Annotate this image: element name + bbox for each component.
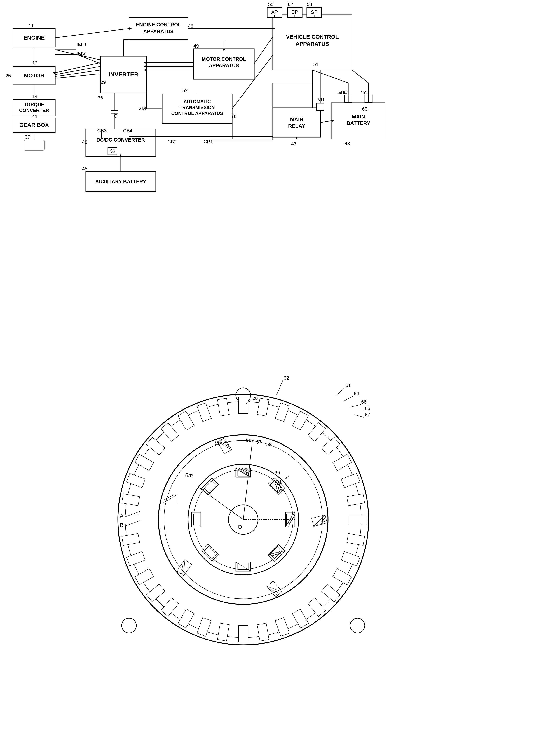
svg-rect-259	[163, 495, 177, 503]
svg-text:APPARATUS: APPARATUS	[209, 63, 239, 68]
svg-line-227	[245, 401, 251, 404]
svg-text:ENGINE: ENGINE	[23, 35, 45, 41]
svg-marker-102	[144, 65, 146, 68]
svg-rect-163	[349, 515, 366, 524]
svg-rect-271	[287, 514, 293, 525]
svg-text:BP: BP	[291, 9, 298, 15]
svg-rect-209	[202, 478, 219, 495]
svg-line-241	[125, 521, 140, 526]
svg-text:14: 14	[32, 94, 38, 99]
svg-text:GEAR BOX: GEAR BOX	[19, 122, 49, 128]
svg-rect-180	[122, 533, 140, 545]
svg-line-229	[276, 380, 283, 395]
svg-point-151	[236, 388, 251, 403]
svg-rect-26	[129, 18, 188, 40]
svg-text:28: 28	[252, 395, 258, 401]
svg-rect-274	[270, 546, 282, 559]
svg-rect-157	[292, 411, 308, 430]
svg-rect-7	[13, 99, 55, 116]
svg-line-94	[55, 63, 100, 73]
svg-text:63: 63	[362, 106, 367, 112]
svg-line-255	[318, 520, 327, 525]
svg-line-140	[352, 70, 369, 83]
svg-text:25: 25	[6, 73, 11, 78]
svg-line-249	[267, 581, 282, 597]
svg-text:37: 37	[25, 134, 30, 140]
svg-line-107	[254, 37, 273, 64]
svg-text:TRANSMISSION: TRANSMISSION	[179, 105, 215, 110]
svg-rect-170	[275, 618, 289, 636]
svg-text:52: 52	[182, 88, 188, 93]
svg-rect-72	[365, 95, 372, 102]
svg-rect-34	[162, 94, 232, 123]
svg-text:11: 11	[29, 23, 34, 28]
svg-rect-11	[13, 118, 55, 133]
svg-rect-75	[108, 147, 117, 155]
svg-point-150	[228, 505, 258, 534]
svg-line-98	[55, 74, 100, 78]
svg-text:44: 44	[340, 90, 345, 95]
svg-text:12: 12	[32, 60, 38, 66]
svg-line-221	[335, 388, 345, 396]
svg-rect-190	[236, 468, 251, 477]
svg-rect-172	[239, 626, 248, 642]
svg-line-193	[241, 468, 251, 472]
svg-rect-208	[192, 512, 201, 527]
svg-rect-70	[317, 103, 324, 111]
svg-rect-155	[257, 398, 269, 416]
svg-line-263	[238, 470, 249, 476]
svg-text:58: 58	[246, 437, 251, 443]
patent-drawing-page: ENGINE 11 MOTOR 25 12 TORQUE CONVERTER 1…	[0, 0, 560, 737]
svg-text:MAIN: MAIN	[290, 116, 303, 122]
svg-point-148	[188, 464, 299, 575]
svg-text:MOTOR CONTROL: MOTOR CONTROL	[202, 56, 246, 62]
svg-text:55: 55	[268, 1, 273, 7]
svg-rect-256	[177, 560, 192, 576]
svg-rect-242	[217, 438, 231, 454]
svg-text:B: B	[120, 522, 123, 528]
svg-rect-189	[217, 398, 229, 416]
svg-rect-78	[86, 171, 156, 192]
svg-rect-262	[238, 470, 249, 476]
svg-point-146	[158, 435, 328, 604]
svg-line-124	[55, 50, 100, 60]
svg-rect-174	[197, 618, 211, 636]
svg-line-204	[270, 548, 283, 561]
svg-rect-60	[332, 102, 385, 139]
svg-text:CB4: CB4	[123, 128, 132, 133]
svg-rect-280	[204, 481, 217, 493]
svg-rect-278	[204, 546, 217, 559]
svg-line-108	[232, 55, 273, 109]
svg-point-152	[122, 618, 136, 633]
svg-rect-168	[308, 598, 325, 616]
svg-rect-199	[286, 512, 295, 527]
svg-point-147	[164, 440, 322, 599]
svg-marker-106	[273, 27, 275, 30]
svg-text:MAIN: MAIN	[352, 114, 365, 120]
svg-text:CONVERTER: CONVERTER	[19, 108, 49, 113]
svg-line-268	[270, 481, 282, 493]
svg-rect-40	[273, 15, 352, 70]
svg-marker-104	[144, 69, 146, 71]
svg-rect-177	[146, 584, 165, 602]
svg-text:51: 51	[313, 62, 319, 67]
svg-rect-49	[307, 7, 322, 18]
svg-rect-183	[127, 473, 145, 488]
svg-text:45: 45	[82, 166, 87, 172]
svg-text:CB3: CB3	[97, 128, 107, 133]
svg-line-191	[236, 468, 251, 477]
svg-text:tmB: tmB	[361, 90, 370, 95]
svg-text:31: 31	[276, 479, 282, 485]
svg-line-246	[222, 438, 228, 445]
svg-marker-123	[119, 154, 122, 157]
svg-text:TORQUE: TORQUE	[24, 102, 44, 107]
svg-text:RELAY: RELAY	[288, 123, 305, 129]
svg-rect-175	[178, 609, 194, 628]
svg-line-250	[269, 585, 280, 597]
svg-rect-188	[197, 403, 211, 422]
svg-line-272	[287, 514, 293, 525]
svg-rect-30	[193, 49, 254, 79]
svg-line-234	[200, 488, 243, 520]
svg-line-243	[217, 438, 231, 454]
svg-rect-3	[13, 66, 55, 85]
